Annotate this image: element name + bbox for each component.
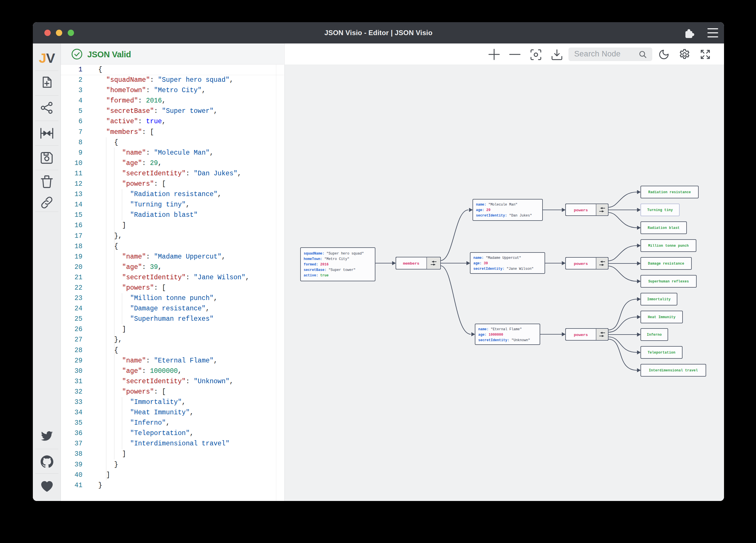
svg-text:Damage resistance: Damage resistance: [648, 262, 684, 266]
svg-text:name: "Eternal Flame": name: "Eternal Flame": [478, 327, 522, 331]
svg-text:Interdimensional travel: Interdimensional travel: [649, 368, 698, 372]
svg-text:Radiation resistance: Radiation resistance: [648, 190, 691, 194]
svg-text:Million tonne punch: Million tonne punch: [648, 244, 689, 248]
svg-text:active: true: active: true: [304, 273, 328, 277]
svg-text:secretIdentity: "Dan Jukes": secretIdentity: "Dan Jukes": [476, 214, 532, 218]
svg-text:name: "Madame Uppercut": name: "Madame Uppercut": [473, 256, 521, 260]
svg-text:age: 1000000: age: 1000000: [478, 333, 503, 337]
svg-text:formed: 2016: formed: 2016: [304, 263, 328, 267]
svg-text:age: 39: age: 39: [473, 262, 488, 266]
svg-text:Heat Immunity: Heat Immunity: [648, 315, 675, 319]
svg-text:Teleportation: Teleportation: [648, 351, 675, 355]
svg-text:Turning tiny: Turning tiny: [647, 208, 673, 212]
svg-text:members: members: [403, 262, 419, 266]
svg-text:homeTown: "Metro City": homeTown: "Metro City": [304, 257, 349, 261]
svg-text:powers: powers: [574, 333, 588, 337]
svg-text:name: "Molecule Man": name: "Molecule Man": [476, 203, 517, 207]
svg-text:age: 29: age: 29: [476, 208, 490, 212]
svg-text:powers: powers: [574, 262, 588, 266]
svg-text:Radiation blast: Radiation blast: [648, 226, 680, 230]
svg-text:Superhuman reflexes: Superhuman reflexes: [648, 279, 689, 283]
svg-text:squadName: "Super hero squad": squadName: "Super hero squad": [304, 252, 364, 256]
svg-text:powers: powers: [574, 208, 588, 213]
svg-text:Inferno: Inferno: [647, 333, 662, 337]
svg-text:Immortality: Immortality: [647, 297, 670, 301]
svg-text:secretIdentity: "Jane Wilson": secretIdentity: "Jane Wilson": [473, 267, 534, 271]
svg-text:secretBase: "Super tower": secretBase: "Super tower": [304, 268, 356, 272]
svg-text:secretIdentity: "Unknown": secretIdentity: "Unknown": [478, 338, 530, 342]
